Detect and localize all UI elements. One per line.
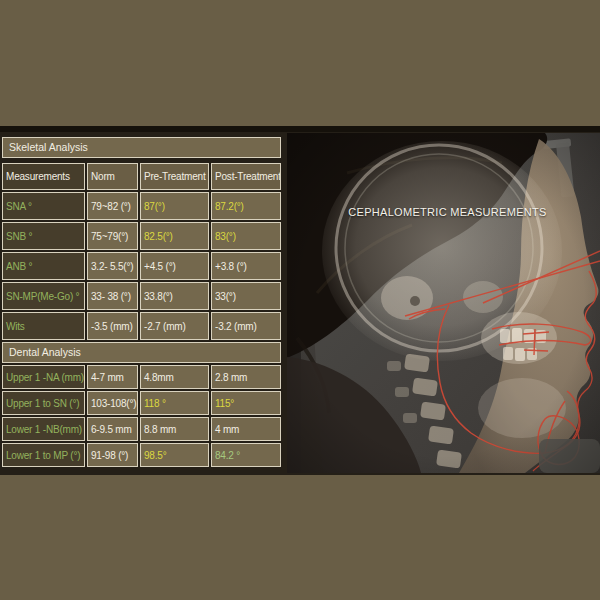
table-row-snmp: SN-MP(Me-Go) ° 33- 38 (°) 33.8(°) 33(°) [2, 282, 281, 310]
row-label: SN-MP(Me-Go) ° [2, 282, 85, 310]
dental-analysis-header: Dental Analysis [2, 342, 281, 363]
post-value: 87.2(°) [211, 192, 281, 220]
pre-value: 87(°) [140, 192, 209, 220]
pre-value: 33.8(°) [140, 282, 209, 310]
table-row-anb: ANB ° 3.2- 5.5(°) +4.5 (°) +3.8 (°) [2, 252, 281, 280]
norm-value: 103-108(°) [87, 391, 138, 415]
norm-value: 4-7 mm [87, 365, 138, 389]
pre-value: 82.5(°) [140, 222, 209, 250]
pre-value: 118 ° [140, 391, 209, 415]
table-row-lower1-nb: Lower 1 -NB(mm) 6-9.5 mm 8.8 mm 4 mm [2, 417, 281, 441]
norm-value: 33- 38 (°) [87, 282, 138, 310]
row-label: ANB ° [2, 252, 85, 280]
row-label: Lower 1 to MP (°) [2, 443, 85, 467]
norm-value: 79~82 (°) [87, 192, 138, 220]
row-label: SNA ° [2, 192, 85, 220]
post-value: -3.2 (mm) [211, 312, 281, 340]
row-label: Lower 1 -NB(mm) [2, 417, 85, 441]
norm-value: 91-98 (°) [87, 443, 138, 467]
vignette [287, 133, 600, 473]
pre-value: 4.8mm [140, 365, 209, 389]
post-value: 84.2 ° [211, 443, 281, 467]
band-top-divider [0, 126, 600, 132]
header-measurements: Measurements [2, 163, 85, 190]
table-row-upper1-sn: Upper 1 to SN (°) 103-108(°) 118 ° 115° [2, 391, 281, 415]
photo-caption: CEPHALOMETRIC MEASUREMENTS [345, 206, 550, 218]
pre-value: -2.7 (mm) [140, 312, 209, 340]
norm-value: -3.5 (mm) [87, 312, 138, 340]
table-row-upper1-na: Upper 1 -NA (mm) 4-7 mm 4.8mm 2.8 mm [2, 365, 281, 389]
post-value: 4 mm [211, 417, 281, 441]
header-post-treatment: Post-Treatment [211, 163, 281, 190]
table-row-sna: SNA ° 79~82 (°) 87(°) 87.2(°) [2, 192, 281, 220]
table-row-wits: Wits -3.5 (mm) -2.7 (mm) -3.2 (mm) [2, 312, 281, 340]
norm-value: 3.2- 5.5(°) [87, 252, 138, 280]
post-value: 83(°) [211, 222, 281, 250]
pre-value: 8.8 mm [140, 417, 209, 441]
dental-analysis-header-row: Dental Analysis [2, 342, 281, 363]
post-value: 2.8 mm [211, 365, 281, 389]
pre-value: 98.5° [140, 443, 209, 467]
header-pre-treatment: Pre-Treatment [140, 163, 209, 190]
pre-value: +4.5 (°) [140, 252, 209, 280]
row-label: Wits [2, 312, 85, 340]
post-value: 115° [211, 391, 281, 415]
table-row-lower1-mp: Lower 1 to MP (°) 91-98 (°) 98.5° 84.2 ° [2, 443, 281, 467]
norm-value: 6-9.5 mm [87, 417, 138, 441]
table-header-row: Measurements Norm Pre-Treatment Post-Tre… [2, 163, 281, 190]
cephalometric-xray-photo: CEPHALOMETRIC MEASUREMENTS [287, 133, 600, 473]
table-row-snb: SNB ° 75~79(°) 82.5(°) 83(°) [2, 222, 281, 250]
xray-illustration [287, 133, 600, 473]
header-norm: Norm [87, 163, 138, 190]
post-value: 33(°) [211, 282, 281, 310]
skeletal-analysis-header: Skeletal Analysis [2, 137, 281, 158]
post-value: +3.8 (°) [211, 252, 281, 280]
row-label: Upper 1 to SN (°) [2, 391, 85, 415]
analysis-panel: Skeletal Analysis Measurements Norm Pre-… [2, 137, 281, 467]
norm-value: 75~79(°) [87, 222, 138, 250]
row-label: Upper 1 -NA (mm) [2, 365, 85, 389]
content-band: Skeletal Analysis Measurements Norm Pre-… [0, 126, 600, 475]
slide-canvas: Skeletal Analysis Measurements Norm Pre-… [0, 0, 600, 600]
row-label: SNB ° [2, 222, 85, 250]
